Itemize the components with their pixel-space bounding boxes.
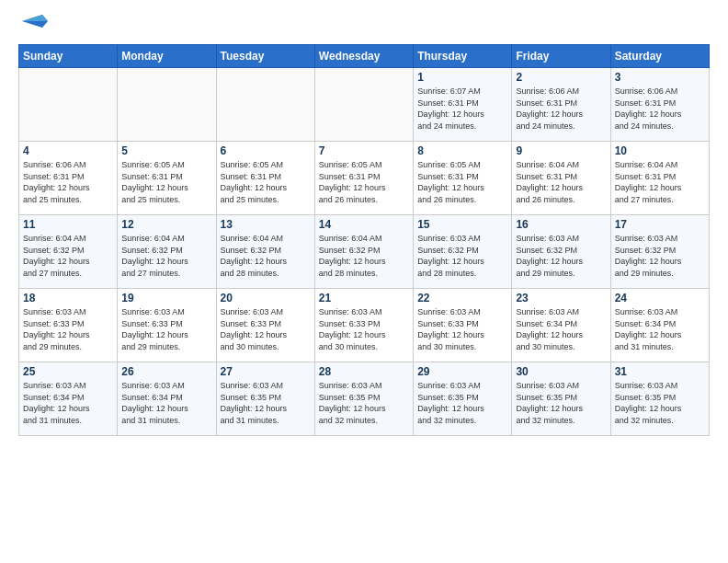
- day-number: 30: [516, 365, 606, 378]
- day-cell: 13Sunrise: 6:04 AMSunset: 6:32 PMDayligh…: [216, 215, 314, 289]
- day-cell: 8Sunrise: 6:05 AMSunset: 6:31 PMDaylight…: [414, 142, 512, 215]
- day-cell: 16Sunrise: 6:03 AMSunset: 6:32 PMDayligh…: [512, 215, 610, 289]
- day-number: 24: [615, 292, 705, 304]
- day-number: 31: [615, 365, 705, 378]
- day-cell: 15Sunrise: 6:03 AMSunset: 6:32 PMDayligh…: [414, 215, 512, 289]
- day-cell: 4Sunrise: 6:06 AMSunset: 6:31 PMDaylight…: [19, 142, 118, 215]
- day-info: Sunrise: 6:03 AMSunset: 6:34 PMDaylight:…: [121, 380, 211, 426]
- day-number: 5: [121, 144, 211, 157]
- day-info: Sunrise: 6:06 AMSunset: 6:31 PMDaylight:…: [516, 86, 606, 132]
- day-number: 20: [221, 292, 311, 304]
- day-info: Sunrise: 6:04 AMSunset: 6:32 PMDaylight:…: [319, 233, 409, 279]
- day-info: Sunrise: 6:05 AMSunset: 6:31 PMDaylight:…: [319, 159, 409, 205]
- day-number: 1: [417, 71, 507, 84]
- day-info: Sunrise: 6:03 AMSunset: 6:33 PMDaylight:…: [417, 306, 507, 352]
- day-info: Sunrise: 6:05 AMSunset: 6:31 PMDaylight:…: [417, 159, 507, 205]
- day-info: Sunrise: 6:04 AMSunset: 6:32 PMDaylight:…: [23, 233, 113, 279]
- week-row-3: 11Sunrise: 6:04 AMSunset: 6:32 PMDayligh…: [19, 215, 710, 289]
- page: SundayMondayTuesdayWednesdayThursdayFrid…: [0, 0, 728, 563]
- day-cell: 12Sunrise: 6:04 AMSunset: 6:32 PMDayligh…: [118, 215, 216, 289]
- day-info: Sunrise: 6:06 AMSunset: 6:31 PMDaylight:…: [615, 86, 705, 132]
- day-number: 25: [23, 365, 113, 378]
- day-number: 29: [417, 365, 507, 378]
- day-number: 26: [121, 365, 211, 378]
- day-number: 28: [319, 365, 409, 378]
- day-number: 21: [319, 292, 409, 304]
- day-cell: 10Sunrise: 6:04 AMSunset: 6:31 PMDayligh…: [610, 142, 709, 215]
- weekday-thursday: Thursday: [414, 45, 512, 68]
- day-cell: 23Sunrise: 6:03 AMSunset: 6:34 PMDayligh…: [512, 289, 610, 362]
- day-number: 7: [319, 144, 409, 157]
- weekday-sunday: Sunday: [19, 45, 118, 68]
- calendar-header: SundayMondayTuesdayWednesdayThursdayFrid…: [19, 45, 710, 68]
- day-info: Sunrise: 6:03 AMSunset: 6:35 PMDaylight:…: [417, 380, 507, 426]
- day-cell: 30Sunrise: 6:03 AMSunset: 6:35 PMDayligh…: [512, 362, 610, 436]
- week-row-5: 25Sunrise: 6:03 AMSunset: 6:34 PMDayligh…: [19, 362, 710, 436]
- day-cell: 9Sunrise: 6:04 AMSunset: 6:31 PMDaylight…: [512, 142, 610, 215]
- day-info: Sunrise: 6:05 AMSunset: 6:31 PMDaylight:…: [121, 159, 211, 205]
- day-cell: 14Sunrise: 6:04 AMSunset: 6:32 PMDayligh…: [314, 215, 413, 289]
- day-number: 6: [221, 144, 311, 157]
- day-cell: [216, 68, 314, 142]
- day-info: Sunrise: 6:03 AMSunset: 6:32 PMDaylight:…: [516, 233, 606, 279]
- day-number: 8: [417, 144, 507, 157]
- day-info: Sunrise: 6:03 AMSunset: 6:35 PMDaylight:…: [615, 380, 705, 426]
- day-info: Sunrise: 6:07 AMSunset: 6:31 PMDaylight:…: [417, 86, 507, 132]
- day-info: Sunrise: 6:03 AMSunset: 6:34 PMDaylight:…: [23, 380, 113, 426]
- day-cell: 21Sunrise: 6:03 AMSunset: 6:33 PMDayligh…: [314, 289, 413, 362]
- day-number: 14: [319, 218, 409, 231]
- weekday-wednesday: Wednesday: [314, 45, 413, 68]
- day-cell: 31Sunrise: 6:03 AMSunset: 6:35 PMDayligh…: [610, 362, 709, 436]
- logo-plane-icon: [22, 15, 48, 28]
- day-info: Sunrise: 6:04 AMSunset: 6:32 PMDaylight:…: [221, 233, 311, 279]
- day-cell: 2Sunrise: 6:06 AMSunset: 6:31 PMDaylight…: [512, 68, 610, 142]
- day-cell: 7Sunrise: 6:05 AMSunset: 6:31 PMDaylight…: [314, 142, 413, 215]
- day-cell: [314, 68, 413, 142]
- weekday-row: SundayMondayTuesdayWednesdayThursdayFrid…: [19, 45, 710, 68]
- day-info: Sunrise: 6:03 AMSunset: 6:34 PMDaylight:…: [615, 306, 705, 352]
- day-cell: 18Sunrise: 6:03 AMSunset: 6:33 PMDayligh…: [19, 289, 118, 362]
- day-cell: 11Sunrise: 6:04 AMSunset: 6:32 PMDayligh…: [19, 215, 118, 289]
- weekday-saturday: Saturday: [610, 45, 709, 68]
- day-cell: 27Sunrise: 6:03 AMSunset: 6:35 PMDayligh…: [216, 362, 314, 436]
- day-cell: 25Sunrise: 6:03 AMSunset: 6:34 PMDayligh…: [19, 362, 118, 436]
- week-row-2: 4Sunrise: 6:06 AMSunset: 6:31 PMDaylight…: [19, 142, 710, 215]
- day-number: 18: [23, 292, 113, 304]
- week-row-1: 1Sunrise: 6:07 AMSunset: 6:31 PMDaylight…: [19, 68, 710, 142]
- calendar-body: 1Sunrise: 6:07 AMSunset: 6:31 PMDaylight…: [19, 68, 710, 436]
- day-number: 12: [121, 218, 211, 231]
- day-info: Sunrise: 6:03 AMSunset: 6:35 PMDaylight:…: [516, 380, 606, 426]
- day-number: 3: [615, 71, 705, 84]
- svg-marker-1: [22, 15, 48, 21]
- day-cell: 5Sunrise: 6:05 AMSunset: 6:31 PMDaylight…: [118, 142, 216, 215]
- week-row-4: 18Sunrise: 6:03 AMSunset: 6:33 PMDayligh…: [19, 289, 710, 362]
- day-number: 2: [516, 71, 606, 84]
- day-number: 15: [417, 218, 507, 231]
- day-number: 10: [615, 144, 705, 157]
- day-info: Sunrise: 6:03 AMSunset: 6:35 PMDaylight:…: [319, 380, 409, 426]
- weekday-tuesday: Tuesday: [216, 45, 314, 68]
- calendar: SundayMondayTuesdayWednesdayThursdayFrid…: [18, 44, 710, 436]
- day-info: Sunrise: 6:03 AMSunset: 6:35 PMDaylight:…: [221, 380, 311, 426]
- day-number: 19: [121, 292, 211, 304]
- day-cell: 24Sunrise: 6:03 AMSunset: 6:34 PMDayligh…: [610, 289, 709, 362]
- day-number: 9: [516, 144, 606, 157]
- day-cell: 17Sunrise: 6:03 AMSunset: 6:32 PMDayligh…: [610, 215, 709, 289]
- day-info: Sunrise: 6:03 AMSunset: 6:33 PMDaylight:…: [221, 306, 311, 352]
- day-cell: 20Sunrise: 6:03 AMSunset: 6:33 PMDayligh…: [216, 289, 314, 362]
- day-number: 16: [516, 218, 606, 231]
- day-info: Sunrise: 6:05 AMSunset: 6:31 PMDaylight:…: [221, 159, 311, 205]
- day-cell: 26Sunrise: 6:03 AMSunset: 6:34 PMDayligh…: [118, 362, 216, 436]
- day-cell: 6Sunrise: 6:05 AMSunset: 6:31 PMDaylight…: [216, 142, 314, 215]
- day-cell: 22Sunrise: 6:03 AMSunset: 6:33 PMDayligh…: [414, 289, 512, 362]
- day-number: 13: [221, 218, 311, 231]
- day-number: 11: [23, 218, 113, 231]
- header: [18, 15, 710, 35]
- day-info: Sunrise: 6:03 AMSunset: 6:34 PMDaylight:…: [516, 306, 606, 352]
- day-cell: 1Sunrise: 6:07 AMSunset: 6:31 PMDaylight…: [414, 68, 512, 142]
- day-info: Sunrise: 6:03 AMSunset: 6:32 PMDaylight:…: [417, 233, 507, 279]
- day-cell: 28Sunrise: 6:03 AMSunset: 6:35 PMDayligh…: [314, 362, 413, 436]
- day-info: Sunrise: 6:06 AMSunset: 6:31 PMDaylight:…: [23, 159, 113, 205]
- logo: [18, 15, 48, 35]
- day-info: Sunrise: 6:04 AMSunset: 6:31 PMDaylight:…: [516, 159, 606, 205]
